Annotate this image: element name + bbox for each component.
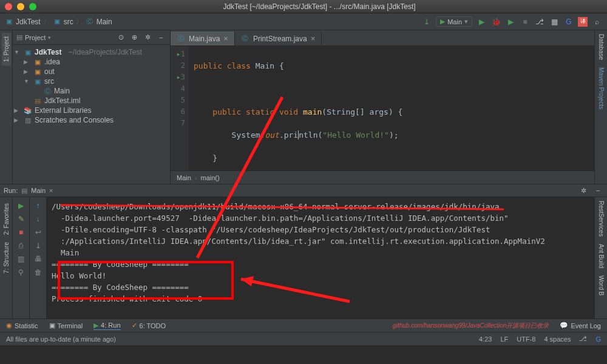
crumb-project[interactable]: JdkTest	[16, 18, 41, 26]
search-icon[interactable]: ⌕	[591, 16, 602, 27]
caret-position[interactable]: 4:23	[479, 335, 492, 343]
eventlog-tab[interactable]: 💬Event Log	[560, 322, 601, 329]
project-icon: ▣	[5, 18, 13, 26]
run-toolwindow-header[interactable]: Run: ▤ Main × ✲ −	[0, 184, 607, 197]
code-editor[interactable]: ▸1 2 ▸3 4 5 6 7 public class Main { publ…	[171, 46, 594, 170]
translate-icon[interactable]: 译	[578, 17, 588, 27]
coverage-button[interactable]: ▶	[505, 16, 516, 27]
settings-icon[interactable]: ✲	[142, 32, 153, 43]
up-icon[interactable]: ↑	[33, 201, 43, 211]
file-encoding[interactable]: UTF-8	[517, 335, 535, 343]
gutter[interactable]: ▸1 2 ▸3 4 5 6 7	[171, 46, 189, 170]
crumb-src[interactable]: src	[64, 18, 73, 26]
locate-icon[interactable]: ⊕	[129, 32, 140, 43]
run-tab[interactable]: ▶4: Run	[93, 322, 120, 330]
close-window-button[interactable]	[5, 3, 12, 10]
run-tab-main[interactable]: Main	[31, 187, 46, 194]
layout-icon[interactable]: ▥	[16, 254, 26, 264]
terminal-tab[interactable]: ▣Terminal	[49, 322, 83, 329]
down-icon[interactable]: ↓	[33, 214, 43, 224]
project-tree[interactable]: ▼▣JdkTest ~/IdeaProjects/JdkTest ▶▣.idea…	[13, 45, 170, 184]
zoom-window-button[interactable]	[29, 3, 36, 10]
debug-button[interactable]: 🐞	[490, 16, 501, 27]
restservices-tab[interactable]: RestServices	[597, 197, 606, 240]
minimize-window-button[interactable]	[17, 3, 24, 10]
right-stripe: Database Maven Projects	[594, 30, 607, 184]
wand-icon[interactable]: ✎	[16, 214, 26, 224]
inspect-icon[interactable]: G	[595, 335, 601, 343]
rerun-icon[interactable]: ▶	[16, 201, 26, 211]
print-icon[interactable]: 🖶	[33, 254, 43, 264]
status-message: All files are up-to-date (a minute ago)	[6, 335, 116, 343]
vcs-icon[interactable]: ⎇	[534, 16, 545, 27]
statistic-tab[interactable]: ◉Statistic	[6, 322, 38, 329]
editor-area: ⒸMain.java× ⒸPrintStream.java× ▸1 2 ▸3 4…	[171, 30, 594, 184]
left-stripe: 1: Project	[0, 30, 13, 184]
indent-info[interactable]: 4 spaces	[544, 335, 571, 343]
annotation-box	[58, 261, 234, 300]
mac-titlebar: JdkTest [~/IdeaProjects/JdkTest] - .../s…	[0, 0, 607, 13]
scroll-icon[interactable]: ⤓	[33, 241, 43, 251]
hide-icon[interactable]: −	[155, 32, 166, 43]
watermark-text: github.com/hansonwang99/JavaCollection开源…	[393, 322, 549, 330]
run-header-label: Run:	[4, 187, 18, 194]
tab-printstream[interactable]: ⒸPrintStream.java×	[235, 32, 322, 46]
run-config-selector[interactable]: ▶ Main ▾	[436, 16, 472, 27]
collapse-icon[interactable]: ⊙	[115, 32, 126, 43]
project-structure-icon[interactable]: ▦	[549, 16, 560, 27]
navigation-bar: ▣ JdkTest 〉 ▣ src 〉 Ⓒ Main ⤓ ▶ Main ▾ ▶ …	[0, 13, 607, 30]
git-icon[interactable]: ⎇	[579, 335, 587, 343]
tab-main-java[interactable]: ⒸMain.java×	[171, 32, 235, 46]
dump-icon[interactable]: ⎙	[16, 241, 26, 251]
class-icon: Ⓒ	[86, 18, 94, 26]
project-panel: ▤ Project ▾ ⊙ ⊕ ✲ − ▼▣JdkTest ~/IdeaProj…	[13, 30, 171, 184]
tool-window-bar: ◉Statistic ▣Terminal ▶4: Run ✓6: TODO gi…	[0, 318, 607, 332]
antbuild-tab[interactable]: Ant Build	[597, 240, 606, 272]
editor-breadcrumb[interactable]: Main›main()	[171, 170, 594, 184]
structure-tab[interactable]: 7: Structure	[2, 238, 11, 277]
run-toolwindow: 2: Favorites 7: Structure ▶ ✎ ■ ⎙ ▥ ⚲ ↑ …	[0, 197, 607, 318]
run-actions-primary: ▶ ✎ ■ ⎙ ▥ ⚲	[13, 197, 30, 318]
database-tab[interactable]: Database	[597, 30, 606, 64]
console-output[interactable]: /Users/codesheep/Downloads/openjdk11/bui…	[47, 197, 594, 318]
crumb-main[interactable]: Main	[97, 18, 112, 26]
folder-icon: ▣	[53, 18, 61, 26]
run-button[interactable]: ▶	[476, 16, 487, 27]
close-tab-icon[interactable]: ×	[223, 34, 228, 43]
run-config-label: Main	[447, 18, 462, 25]
window-title: JdkTest [~/IdeaProjects/JdkTest] - .../s…	[36, 2, 602, 11]
hide-icon[interactable]: −	[592, 185, 603, 196]
wordb-tab[interactable]: Word B	[597, 272, 606, 299]
softwrap-icon[interactable]: ↩	[33, 228, 43, 237]
close-tab-icon[interactable]: ×	[311, 34, 316, 43]
google-icon[interactable]: G	[563, 16, 574, 27]
todo-tab[interactable]: ✓6: TODO	[132, 322, 166, 329]
project-view-selector[interactable]: Project	[25, 34, 46, 41]
favorites-tab[interactable]: 2: Favorites	[2, 200, 11, 238]
clear-icon[interactable]: 🗑	[33, 268, 43, 277]
stop-icon[interactable]: ■	[16, 228, 26, 237]
stop-button[interactable]: ■	[520, 16, 531, 27]
project-tab[interactable]: 1: Project	[2, 33, 11, 66]
settings-icon[interactable]: ✲	[578, 185, 589, 196]
breadcrumb[interactable]: ▣ JdkTest 〉 ▣ src 〉 Ⓒ Main	[5, 16, 112, 27]
build-icon[interactable]: ⤓	[421, 16, 432, 27]
close-run-tab-icon[interactable]: ×	[49, 187, 53, 194]
maven-tab[interactable]: Maven Projects	[597, 64, 606, 113]
pin-icon[interactable]: ⚲	[16, 268, 26, 277]
line-separator[interactable]: LF	[500, 335, 508, 343]
status-bar: All files are up-to-date (a minute ago) …	[0, 332, 607, 345]
run-actions-secondary: ↑ ↓ ↩ ⤓ 🖶 🗑	[30, 197, 47, 318]
